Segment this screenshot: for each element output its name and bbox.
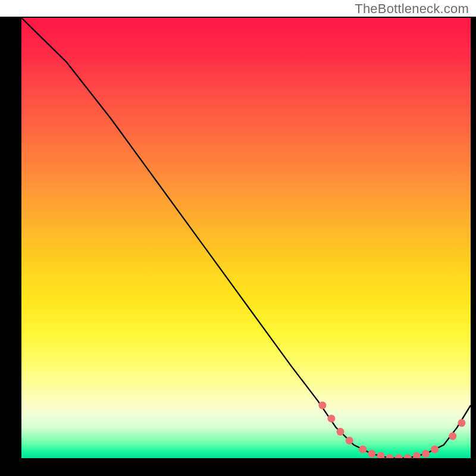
curve-marker <box>386 455 394 459</box>
curve-marker <box>413 452 421 458</box>
curve-marker <box>449 433 456 440</box>
curve-marker <box>377 452 385 458</box>
header-band: TheBottleneck.com <box>0 0 476 17</box>
curve-marker <box>458 419 465 427</box>
curve-marker <box>337 428 345 436</box>
curve-marker <box>359 446 367 453</box>
curve-marker <box>404 455 412 459</box>
curve-marker <box>318 402 326 409</box>
curve-marker <box>327 415 335 422</box>
curve-marker <box>368 450 375 458</box>
curve-marker <box>395 455 403 459</box>
curve-line <box>21 18 471 458</box>
chart-container: TheBottleneck.com <box>0 0 476 476</box>
bottleneck-curve <box>21 18 471 458</box>
plot-area <box>21 18 471 458</box>
attribution-watermark: TheBottleneck.com <box>355 1 469 17</box>
curve-marker <box>422 450 430 458</box>
curve-markers <box>318 402 465 458</box>
curve-marker <box>431 446 439 453</box>
curve-marker <box>346 437 353 444</box>
